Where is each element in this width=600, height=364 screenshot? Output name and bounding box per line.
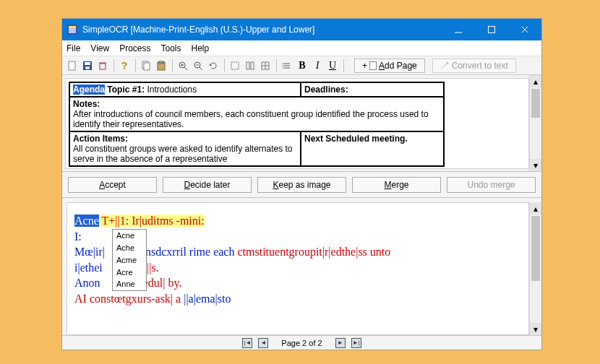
scroll-thumb[interactable] xyxy=(531,216,540,281)
ocr-text: AI constœtgxurs-ask| a xyxy=(74,292,184,305)
help-icon[interactable]: ? xyxy=(117,58,132,73)
ocr-pane: Acne T+||1: Ir|uditms -mini: I: Mœ|ir| n… xyxy=(62,198,541,335)
column-icon[interactable] xyxy=(243,58,257,73)
menu-help[interactable]: Help xyxy=(192,43,210,53)
svg-rect-7 xyxy=(69,61,75,70)
close-button[interactable] xyxy=(508,19,541,40)
ocr-text: i|ethei xyxy=(74,261,103,274)
bold-icon[interactable]: B xyxy=(295,58,309,73)
save-icon[interactable] xyxy=(80,58,95,73)
status-bar: |◄ ◄ Page 2 of 2 ► ►| xyxy=(62,335,541,350)
svg-rect-25 xyxy=(247,62,249,69)
ocr-selected-word[interactable]: Acne xyxy=(74,214,99,227)
doc-agenda-label: Agenda xyxy=(73,84,105,95)
suggestion-dropdown[interactable]: Acne Ache Acme Acre Anne xyxy=(112,229,147,291)
list-icon[interactable] xyxy=(280,58,294,73)
svg-rect-36 xyxy=(370,61,377,69)
scroll-down-icon[interactable]: ▾ xyxy=(530,159,541,171)
svg-line-18 xyxy=(184,67,187,70)
menu-file[interactable]: File xyxy=(67,43,80,53)
svg-point-33 xyxy=(283,63,284,64)
suggestion-item[interactable]: Acne xyxy=(113,230,146,242)
svg-rect-11 xyxy=(100,64,106,69)
doc-next-label: Next Scheduled meeting. xyxy=(304,134,408,144)
italic-icon[interactable]: I xyxy=(310,58,325,73)
source-document[interactable]: Agenda Topic #1: Introductions Deadlines… xyxy=(65,78,529,169)
minimize-button[interactable] xyxy=(442,19,475,40)
suggestion-item[interactable]: Ache xyxy=(113,242,146,254)
table-icon[interactable] xyxy=(258,58,273,73)
doc-deadlines-label: Deadlines: xyxy=(304,84,348,95)
ocr-text-area[interactable]: Acne T+||1: Ir|uditms -mini: I: Mœ|ir| n… xyxy=(67,202,529,335)
paste-icon[interactable] xyxy=(154,58,168,73)
ocr-scrollbar[interactable]: ▴ ▾ xyxy=(529,202,541,335)
svg-rect-4 xyxy=(489,27,495,33)
copy-icon[interactable] xyxy=(139,58,153,73)
svg-point-34 xyxy=(283,65,284,66)
undo-merge-button: Undo merge xyxy=(447,177,536,193)
svg-point-38 xyxy=(446,61,448,64)
svg-rect-24 xyxy=(231,62,239,69)
doc-action-label: Action Items: xyxy=(73,134,128,144)
doc-action-body: All constituent groups were asked to ide… xyxy=(73,144,293,164)
scroll-down-icon[interactable]: ▾ xyxy=(530,323,541,335)
doc-topic-value: Introductions xyxy=(147,84,197,95)
menu-tools[interactable]: Tools xyxy=(161,43,181,53)
menu-bar: File View Process Tools Help xyxy=(62,40,541,56)
source-scrollbar[interactable]: ▴ ▾ xyxy=(529,75,541,171)
rotate-icon[interactable] xyxy=(206,58,220,73)
scroll-thumb[interactable] xyxy=(531,89,540,118)
decide-later-button[interactable]: Decide later xyxy=(163,177,252,193)
ocr-text: ctmstituentgroupit|r|edthe|ss unto xyxy=(237,246,390,258)
prev-page-button[interactable]: ◄ xyxy=(258,338,268,348)
wand-icon xyxy=(440,61,449,70)
ocr-text: nsdcxrril rime each xyxy=(145,246,238,258)
scroll-up-icon[interactable]: ▴ xyxy=(530,75,541,87)
doc-table: Agenda Topic #1: Introductions Deadlines… xyxy=(69,82,445,167)
page-icon xyxy=(369,61,377,70)
title-bar[interactable]: SimpleOCR [Machine-Print-English (U.S.)-… xyxy=(62,19,541,40)
suggestion-item[interactable]: Acme xyxy=(113,254,146,266)
zoom-in-icon[interactable] xyxy=(176,58,190,73)
maximize-button[interactable] xyxy=(475,19,508,40)
merge-button[interactable]: Merge xyxy=(352,177,441,193)
last-page-button[interactable]: ►| xyxy=(351,338,361,348)
delete-icon[interactable] xyxy=(95,58,110,73)
svg-rect-16 xyxy=(159,61,163,64)
svg-rect-10 xyxy=(85,66,90,69)
underline-icon[interactable]: U xyxy=(325,58,340,73)
ocr-text: |edul| by. xyxy=(141,277,182,289)
app-icon xyxy=(67,24,78,35)
app-window: SimpleOCR [Machine-Print-English (U.S.)-… xyxy=(61,18,542,350)
region-icon[interactable] xyxy=(228,58,242,73)
source-pane: Agenda Topic #1: Introductions Deadlines… xyxy=(62,75,541,172)
svg-rect-2 xyxy=(69,26,76,28)
svg-rect-14 xyxy=(144,63,150,70)
menu-process[interactable]: Process xyxy=(119,43,150,53)
svg-point-35 xyxy=(283,67,284,69)
menu-view[interactable]: View xyxy=(90,43,109,53)
keep-image-button[interactable]: Keep as image xyxy=(257,177,346,193)
doc-topic-label: Topic #1: xyxy=(105,84,147,95)
next-page-button[interactable]: ► xyxy=(335,338,346,348)
new-icon[interactable] xyxy=(65,58,80,73)
scroll-up-icon[interactable]: ▴ xyxy=(530,202,541,214)
add-page-button[interactable]: + Add Page xyxy=(354,58,425,73)
ocr-text: T+||1: Ir|uditms -mini: xyxy=(99,214,205,227)
ocr-text: ||a|ema|sto xyxy=(184,292,231,305)
toolbar: ? B I U + Add Page Convert to text xyxy=(62,56,541,75)
zoom-out-icon[interactable] xyxy=(191,58,205,73)
ocr-text: Anon xyxy=(74,277,100,289)
page-indicator: Page 2 of 2 xyxy=(281,339,322,347)
accept-button[interactable]: Accept xyxy=(68,177,157,193)
svg-line-37 xyxy=(442,63,447,69)
window-title: SimpleOCR [Machine-Print-English (U.S.)-… xyxy=(82,25,442,35)
svg-rect-9 xyxy=(85,62,90,65)
suggestion-item[interactable]: Acre xyxy=(113,266,146,279)
suggestion-item[interactable]: Anne xyxy=(113,278,146,290)
convert-button: Convert to text xyxy=(432,58,516,73)
svg-rect-26 xyxy=(251,62,254,69)
doc-notes-label: Notes: xyxy=(73,99,100,109)
first-page-button[interactable]: |◄ xyxy=(242,338,252,348)
ocr-text: Mœ|ir| xyxy=(74,246,105,258)
